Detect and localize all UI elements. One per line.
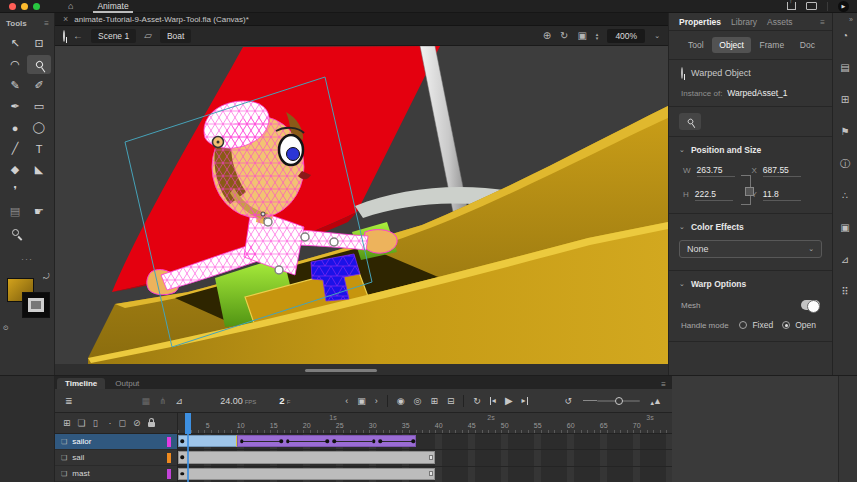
free-transform-tool-icon[interactable]: ⊡	[27, 34, 51, 53]
subtab-object[interactable]: Object	[712, 37, 751, 53]
oval-tool-icon[interactable]: ●	[3, 118, 27, 137]
timeline-menu-icon[interactable]: ≡	[661, 380, 672, 389]
layers-icon[interactable]: ≣	[65, 396, 73, 406]
components-panel-icon[interactable]: ⠿	[841, 287, 848, 297]
keyframe-dot[interactable]	[326, 439, 330, 443]
default-colors-icon[interactable]: ⊙	[3, 324, 9, 332]
current-frame-field[interactable]: 2 F	[279, 395, 290, 406]
subtab-tool[interactable]: Tool	[681, 37, 711, 53]
hand-tool-icon[interactable]: ☛	[27, 202, 51, 221]
layer-row-sail[interactable]: ❏ sail	[55, 450, 177, 466]
mesh-control-point[interactable]	[264, 218, 272, 226]
text-tool-icon[interactable]: T	[27, 139, 51, 158]
frames-row-mast[interactable]	[178, 467, 672, 482]
tab-timeline[interactable]: Timeline	[57, 378, 105, 389]
eyedropper-tool-icon[interactable]: ❜	[3, 181, 27, 200]
tween-span[interactable]	[237, 435, 415, 447]
frames-row-sailor[interactable]	[178, 434, 672, 450]
more-tools[interactable]: ···	[0, 254, 54, 264]
fluid-brush-tool-icon[interactable]: ✎	[3, 76, 27, 95]
stroke-color-swatch[interactable]	[22, 292, 50, 318]
slider-knob[interactable]	[615, 397, 623, 405]
lock-layers-icon[interactable]	[148, 422, 155, 427]
layer-name[interactable]: sail	[72, 453, 84, 462]
close-document-icon[interactable]: ×	[63, 14, 68, 24]
edit-multiple-frames-icon[interactable]: ⊞	[430, 396, 438, 406]
breadcrumb-symbol[interactable]: Boat	[160, 29, 192, 43]
layer-row-mast[interactable]: ❏ mast	[55, 466, 177, 482]
y-field[interactable]: 11.8	[763, 189, 801, 201]
keyframe-dot[interactable]	[286, 439, 290, 443]
transform-panel-icon[interactable]: ⊞	[841, 95, 849, 105]
radio-fixed[interactable]	[739, 321, 747, 329]
fps-field[interactable]: 24.00 FPS	[220, 396, 256, 406]
clip-content-icon[interactable]: ▣	[577, 30, 586, 41]
tab-assets[interactable]: Assets	[767, 17, 793, 27]
fragments-panel-icon[interactable]: ▣	[840, 223, 849, 233]
frame-span[interactable]	[178, 451, 435, 463]
width-field[interactable]: 263.75	[697, 165, 735, 177]
bone-icon[interactable]: ⋔	[159, 396, 167, 406]
mesh-toggle[interactable]	[801, 300, 820, 310]
layer-color-chip[interactable]	[167, 437, 171, 447]
height-field[interactable]: 222.5	[695, 189, 733, 201]
keyframe-dot[interactable]	[280, 439, 284, 443]
highlight-layer-icon[interactable]: ·	[109, 418, 112, 428]
swap-symbol-button[interactable]	[679, 113, 701, 130]
panel-menu-icon[interactable]: ≡	[820, 18, 824, 27]
tab-library[interactable]: Library	[731, 17, 757, 27]
info-panel-icon[interactable]: ⓘ	[840, 159, 850, 169]
workspace-icon[interactable]	[806, 2, 817, 10]
zoom-tool-icon[interactable]	[3, 223, 27, 242]
rotation-tool-icon[interactable]: ↻	[560, 30, 568, 41]
rectangle-tool-icon[interactable]: ▭	[27, 97, 51, 116]
maximize-window-button[interactable]	[33, 3, 40, 10]
document-tab-title[interactable]: animate-Tutorial-9-Asset-Warp-Tool.fla (…	[74, 15, 249, 24]
frame-range-icon[interactable]: ⊟	[447, 396, 455, 406]
x-field[interactable]: 687.55	[763, 165, 801, 177]
new-folder-icon[interactable]: ❏	[78, 418, 86, 428]
playhead-line[interactable]	[187, 434, 189, 482]
delete-layer-icon[interactable]: ▯	[93, 418, 98, 428]
keyframe-dot[interactable]	[181, 472, 185, 476]
layer-row-sailor[interactable]: ❏ sailor	[55, 434, 177, 450]
step-back-icon[interactable]: ◂	[490, 397, 496, 405]
scenes-panel-icon[interactable]: ⚑	[841, 127, 850, 137]
subtab-doc[interactable]: Doc	[793, 37, 822, 53]
camera-tool-icon[interactable]: ▤	[3, 202, 27, 221]
keyframe-dot[interactable]	[412, 439, 416, 443]
breadcrumb-scene[interactable]: Scene 1	[91, 29, 136, 43]
zoom-dropdown-icon[interactable]: ⌄	[654, 32, 660, 40]
share-icon[interactable]	[787, 2, 796, 10]
swap-colors-icon[interactable]: ⤾	[43, 272, 50, 282]
timeline-zoom-slider[interactable]	[597, 400, 640, 402]
stage-canvas[interactable]	[55, 46, 668, 375]
keyframe-dot[interactable]	[240, 439, 244, 443]
play-icon[interactable]: ▶	[505, 395, 513, 406]
playhead[interactable]	[185, 413, 192, 434]
close-window-button[interactable]	[9, 3, 16, 10]
reset-timeline-zoom-icon[interactable]: ↺	[565, 396, 573, 406]
subtab-frame[interactable]: Frame	[753, 37, 792, 53]
tools-menu-icon[interactable]: ≡	[44, 19, 48, 28]
center-stage-icon[interactable]: ⊕	[543, 30, 551, 41]
graph-editor-icon[interactable]: ⊿	[176, 396, 184, 406]
tab-output[interactable]: Output	[107, 378, 147, 389]
minimize-window-button[interactable]	[21, 3, 28, 10]
frames-area[interactable]: 1s 2s 3s 5 10 15 20 25 30 35 40 45 50 55	[178, 413, 672, 482]
back-button[interactable]: ←	[73, 30, 83, 41]
camera-icon[interactable]: ▦	[142, 396, 151, 406]
new-layer-icon[interactable]: ⊞	[63, 418, 71, 428]
radio-open[interactable]	[782, 321, 790, 329]
tab-properties[interactable]: Properties	[679, 17, 721, 27]
pen-tool-icon[interactable]: ✒	[3, 97, 27, 116]
oval-primitive-tool-icon[interactable]: ◯	[27, 118, 51, 137]
layer-name[interactable]: sailor	[72, 437, 91, 446]
keyframe-dot[interactable]	[372, 439, 376, 443]
timeline-ruler[interactable]: 1s 2s 3s 5 10 15 20 25 30 35 40 45 50 55	[178, 413, 672, 434]
frame-rows[interactable]	[178, 434, 672, 482]
keyframe-dot[interactable]	[181, 456, 185, 460]
outline-layer-icon[interactable]: ◻	[119, 418, 126, 428]
loop-icon[interactable]: ↻	[473, 396, 481, 406]
mesh-control-point[interactable]	[330, 238, 338, 246]
